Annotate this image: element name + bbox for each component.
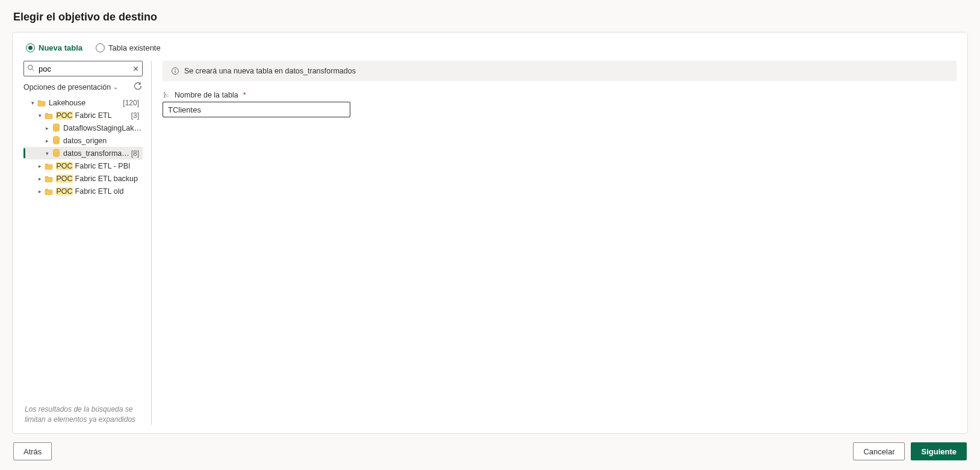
navigation-tree: ▾ Lakehouse [120] ▾ POC Fabric ETL [3] [23,96,143,197]
info-banner-text: Se creará una nueva tabla en datos_trans… [184,67,356,75]
database-icon [51,123,61,133]
tree-item-label: datos_transformados [63,149,131,158]
expand-icon[interactable]: ▸ [37,163,43,169]
tree-item-poc-fabric-etl-pbi[interactable]: ▸ POC Fabric ETL - PBI [23,159,143,172]
tree-item-dataflows-staging[interactable]: ▸ DataflowsStagingLakehou… [23,122,143,134]
collapse-icon[interactable]: ▾ [37,113,43,119]
display-options-toggle[interactable]: Opciones de presentación ⌄ [23,83,118,91]
cancel-button[interactable]: Cancelar [853,442,905,460]
folder-icon [44,187,54,196]
tree-item-count: [8] [131,149,143,158]
expand-icon[interactable]: ▸ [44,125,50,131]
tree-item-datos-transformados[interactable]: ▾ datos_transformados [8] [23,147,143,159]
tree-item-datos-origen[interactable]: ▸ datos_origen [23,134,143,147]
tab-new-table[interactable]: Nueva tabla [26,43,82,52]
back-button[interactable]: Atrás [13,442,52,460]
required-marker: * [243,91,246,99]
folder-icon [44,111,54,120]
tab-existing-table-label: Tabla existente [108,43,161,52]
info-icon [171,67,179,75]
database-icon [51,136,61,146]
vertical-divider [151,61,152,425]
tree-item-count: [120] [123,99,143,107]
tab-existing-table[interactable]: Tabla existente [96,43,161,52]
tree-item-label: POC Fabric ETL - PBI [56,162,143,170]
radio-unselected-icon [96,43,105,52]
tree-item-label: DataflowsStagingLakehou… [63,124,143,132]
collapse-icon[interactable]: ▾ [44,150,50,156]
rename-icon: C [163,91,171,99]
svg-point-1 [28,65,33,70]
svg-point-5 [175,69,176,70]
refresh-icon[interactable] [133,81,143,93]
tree-item-label: Lakehouse [49,99,123,107]
tree-item-label: POC Fabric ETL old [56,187,143,196]
expand-icon[interactable]: ▸ [37,188,43,194]
chevron-down-icon: ⌄ [113,84,118,90]
tree-item-label: POC Fabric ETL [56,111,131,120]
clear-search-icon[interactable]: ✕ [132,64,139,73]
tree-item-poc-fabric-etl[interactable]: ▾ POC Fabric ETL [3] [23,109,143,122]
tree-item-poc-fabric-etl-old[interactable]: ▸ POC Fabric ETL old [23,185,143,197]
tree-item-lakehouse[interactable]: ▾ Lakehouse [120] [23,96,143,109]
display-options-label: Opciones de presentación [23,83,111,91]
search-results-note: Los resultados de la búsqueda se limitan… [23,402,143,433]
tree-item-label: datos_origen [63,137,143,145]
info-banner: Se creará una nueva tabla en datos_trans… [163,61,957,81]
next-button[interactable]: Siguiente [911,442,967,460]
table-name-input[interactable] [163,102,350,117]
folder-icon [37,98,46,108]
search-input[interactable] [23,61,143,76]
tree-item-poc-fabric-etl-backup[interactable]: ▸ POC Fabric ETL backup [23,172,143,185]
page-title: Elegir el objetivo de destino [13,11,968,23]
expand-icon[interactable]: ▸ [37,176,43,182]
svg-text:C: C [166,94,169,97]
folder-icon [44,174,54,184]
radio-selected-icon [26,43,35,52]
folder-icon [44,161,54,171]
svg-line-2 [32,69,34,71]
search-icon [27,64,34,73]
expand-icon[interactable]: ▸ [44,138,50,144]
database-icon [51,149,61,158]
tree-item-count: [3] [131,111,143,120]
collapse-icon[interactable]: ▾ [29,100,36,106]
tree-item-label: POC Fabric ETL backup [56,175,143,183]
tab-new-table-label: Nueva tabla [39,43,82,52]
table-name-label: Nombre de la tabla [175,91,238,99]
